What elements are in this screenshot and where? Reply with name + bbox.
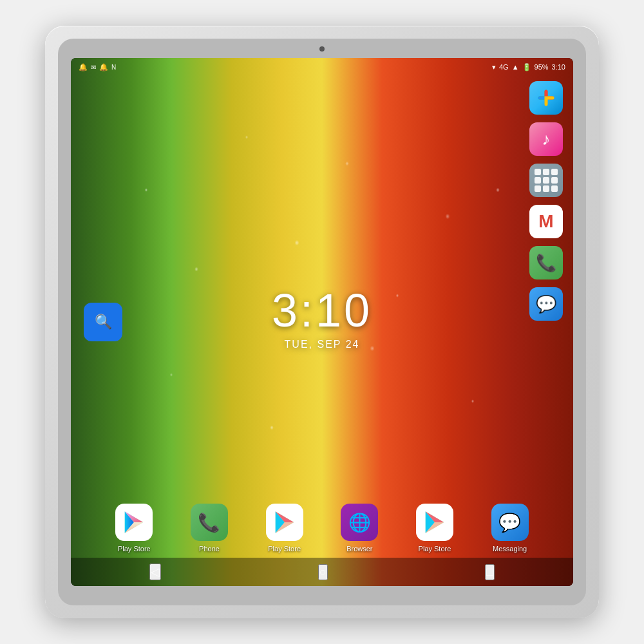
status-bar: 🔔 ✉ 🔔 N ▾ 4G ▲ 🔋 95% 3:10 [71, 58, 573, 76]
phone-icon-dock: 📞 [198, 512, 220, 533]
messaging-bubble-icon: 💬 [498, 512, 521, 533]
right-apps-dock: ♪ M 📞 [529, 81, 563, 321]
notif-icon-4: N [111, 64, 116, 71]
messaging-dock-icon: 💬 [491, 504, 529, 541]
battery-percent: 95% [535, 63, 549, 71]
dock-label-playstore-2: Play Store [268, 545, 301, 553]
app-dock: Play Store 📞 Phone [71, 504, 573, 553]
dock-item-browser[interactable]: 🌐 Browser [341, 504, 378, 553]
notif-icon-3: 🔔 [99, 63, 108, 71]
tablet-device: 🔔 ✉ 🔔 N ▾ 4G ▲ 🔋 95% 3:10 3:10 TUE, SEP … [45, 26, 599, 618]
playstore-icon-3 [416, 504, 453, 541]
clock-area: 3:10 TUE, SEP 24 [272, 287, 372, 350]
photos-app-icon[interactable] [529, 81, 563, 115]
search-icon: 🔍 [95, 314, 112, 330]
back-button[interactable]: ◁ [149, 564, 161, 580]
dock-item-phone[interactable]: 📞 Phone [191, 504, 228, 553]
dock-label-playstore-1: Play Store [118, 545, 151, 553]
status-left: 🔔 ✉ 🔔 N [79, 63, 116, 71]
messages-app-icon[interactable]: 💬 [529, 287, 563, 321]
clock-time: 3:10 [272, 287, 372, 334]
phone-icon-right: 📞 [536, 253, 556, 273]
playstore-svg-3 [421, 509, 448, 536]
nav-bar: ◁ ○ □ [71, 558, 573, 586]
messages-icon: 💬 [536, 294, 556, 314]
all-apps-icon[interactable] [529, 164, 563, 197]
gmail-app-icon[interactable]: M [529, 205, 563, 238]
dock-item-playstore-1[interactable]: Play Store [115, 504, 153, 553]
gmail-m-icon: M [538, 211, 553, 232]
tablet-body: 🔔 ✉ 🔔 N ▾ 4G ▲ 🔋 95% 3:10 3:10 TUE, SEP … [58, 39, 586, 605]
search-widget[interactable]: 🔍 [84, 303, 122, 341]
playstore-icon-2 [266, 504, 303, 541]
clock-date: TUE, SEP 24 [272, 339, 372, 350]
playstore-icon-1 [115, 504, 153, 541]
home-button[interactable]: ○ [318, 564, 328, 580]
recents-button[interactable]: □ [485, 564, 495, 580]
dock-item-playstore-3[interactable]: Play Store [416, 504, 453, 553]
notif-icon-2: ✉ [91, 64, 96, 71]
photos-svg [535, 86, 558, 109]
signal-bars: ▲ [512, 63, 519, 71]
phone-dock-icon: 📞 [191, 504, 228, 541]
phone-app-icon-right[interactable]: 📞 [529, 246, 563, 279]
music-app-icon[interactable]: ♪ [529, 122, 563, 156]
dock-label-playstore-3: Play Store [419, 545, 451, 553]
dock-item-playstore-2[interactable]: Play Store [266, 504, 303, 553]
browser-dock-icon: 🌐 [341, 504, 378, 541]
wifi-icon: ▾ [492, 63, 496, 71]
grid-icon [529, 164, 563, 197]
music-note-icon: ♪ [542, 129, 551, 149]
screen: 🔔 ✉ 🔔 N ▾ 4G ▲ 🔋 95% 3:10 3:10 TUE, SEP … [71, 58, 573, 586]
front-camera [319, 46, 325, 52]
dock-label-phone: Phone [199, 545, 220, 553]
globe-icon: 🌐 [348, 512, 371, 533]
status-time: 3:10 [552, 63, 565, 71]
signal-label: 4G [499, 63, 509, 71]
status-right: ▾ 4G ▲ 🔋 95% 3:10 [492, 63, 565, 71]
playstore-svg-1 [120, 509, 147, 536]
battery-icon: 🔋 [522, 63, 531, 71]
dock-item-messaging[interactable]: 💬 Messaging [491, 504, 529, 553]
notif-icon-1: 🔔 [79, 63, 88, 71]
playstore-svg-2 [271, 509, 298, 536]
dock-label-messaging: Messaging [493, 545, 527, 553]
dock-label-browser: Browser [346, 545, 372, 553]
